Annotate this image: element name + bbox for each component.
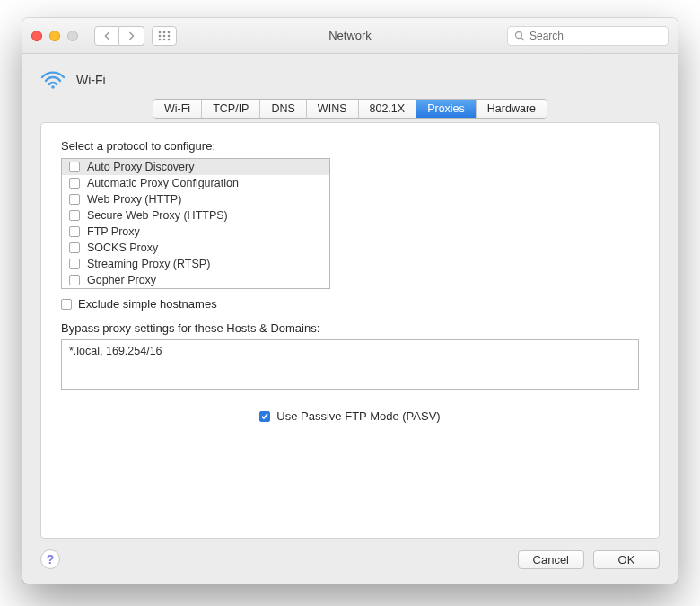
show-all-button[interactable]	[152, 26, 177, 46]
pasv-label: Use Passive FTP Mode (PASV)	[276, 409, 440, 423]
protocol-checkbox[interactable]	[69, 178, 80, 189]
protocol-row[interactable]: Automatic Proxy Configuration	[62, 175, 329, 191]
protocol-label: Automatic Proxy Configuration	[87, 177, 239, 189]
titlebar: Network	[22, 18, 678, 54]
pasv-row: Use Passive FTP Mode (PASV)	[61, 409, 639, 423]
tab-dns[interactable]: DNS	[260, 100, 306, 118]
exclude-hostnames-row: Exclude simple hostnames	[61, 297, 639, 311]
tab-strip: Wi-FiTCP/IPDNSWINS802.1XProxiesHardware	[40, 99, 660, 119]
search-input[interactable]	[507, 26, 669, 46]
protocol-label: Gopher Proxy	[87, 274, 156, 286]
protocol-checkbox[interactable]	[69, 242, 80, 253]
svg-line-10	[521, 38, 524, 40]
protocol-label: Streaming Proxy (RTSP)	[87, 258, 210, 270]
protocol-row[interactable]: Gopher Proxy	[62, 272, 329, 288]
content-area: Wi-Fi Wi-FiTCP/IPDNSWINS802.1XProxiesHar…	[22, 54, 678, 584]
protocol-checkbox[interactable]	[69, 162, 80, 172]
protocol-label: Secure Web Proxy (HTTPS)	[87, 209, 228, 222]
svg-point-11	[51, 85, 55, 89]
protocol-checkbox[interactable]	[69, 194, 80, 205]
tab-proxies[interactable]: Proxies	[416, 100, 477, 118]
tabs: Wi-FiTCP/IPDNSWINS802.1XProxiesHardware	[153, 99, 547, 119]
cancel-button[interactable]: Cancel	[518, 550, 584, 569]
protocol-label: SOCKS Proxy	[87, 242, 158, 254]
window-title: Network	[328, 29, 372, 42]
connection-header: Wi-Fi	[40, 70, 660, 90]
forward-button[interactable]	[119, 26, 144, 46]
proxies-panel: Select a protocol to configure: Auto Pro…	[40, 122, 660, 539]
svg-point-4	[163, 34, 166, 37]
protocol-label: FTP Proxy	[87, 225, 140, 238]
protocol-checkbox[interactable]	[69, 259, 80, 269]
close-button[interactable]	[31, 31, 42, 41]
traffic-lights	[31, 31, 78, 41]
protocol-checkbox[interactable]	[69, 210, 80, 221]
svg-point-6	[159, 38, 162, 40]
exclude-hostnames-label: Exclude simple hostnames	[78, 297, 217, 311]
preferences-window: Network Wi-Fi Wi-FiTCP/IPDNSWINS802.1XPr…	[22, 18, 678, 584]
protocol-row[interactable]: Web Proxy (HTTP)	[62, 191, 329, 207]
connection-label: Wi-Fi	[76, 73, 106, 87]
tab-tcp-ip[interactable]: TCP/IP	[202, 100, 260, 118]
svg-point-0	[159, 31, 162, 33]
svg-point-1	[163, 31, 166, 33]
chevron-left-icon	[103, 31, 111, 40]
nav-buttons	[94, 26, 144, 46]
tab-802-1x[interactable]: 802.1X	[359, 100, 417, 118]
svg-point-8	[168, 38, 171, 40]
grid-icon	[158, 31, 171, 41]
bypass-label: Bypass proxy settings for these Hosts & …	[61, 321, 639, 335]
tab-hardware[interactable]: Hardware	[477, 100, 547, 118]
minimize-button[interactable]	[49, 31, 60, 41]
exclude-hostnames-checkbox[interactable]	[61, 299, 72, 310]
protocol-row[interactable]: SOCKS Proxy	[62, 240, 329, 256]
protocol-label: Auto Proxy Discovery	[87, 161, 194, 173]
search-icon	[514, 31, 525, 41]
chevron-right-icon	[127, 31, 136, 40]
protocol-section-label: Select a protocol to configure:	[61, 139, 639, 153]
help-button[interactable]: ?	[40, 549, 60, 569]
svg-point-3	[159, 34, 162, 37]
protocol-row[interactable]: Streaming Proxy (RTSP)	[62, 256, 329, 272]
svg-point-9	[516, 31, 522, 38]
maximize-button[interactable]	[67, 31, 78, 41]
bypass-textarea[interactable]	[61, 339, 639, 390]
svg-point-7	[163, 38, 166, 40]
svg-point-2	[168, 31, 171, 33]
svg-point-5	[168, 34, 171, 37]
tab-wi-fi[interactable]: Wi-Fi	[153, 100, 202, 118]
protocol-list[interactable]: Auto Proxy DiscoveryAutomatic Proxy Conf…	[61, 158, 330, 289]
protocol-row[interactable]: Secure Web Proxy (HTTPS)	[62, 207, 329, 224]
tab-wins[interactable]: WINS	[307, 100, 359, 118]
protocol-row[interactable]: FTP Proxy	[62, 224, 329, 240]
protocol-row[interactable]: Auto Proxy Discovery	[62, 159, 329, 175]
protocol-checkbox[interactable]	[69, 226, 80, 237]
search-wrap	[507, 26, 669, 46]
protocol-label: Web Proxy (HTTP)	[87, 193, 181, 206]
ok-button[interactable]: OK	[593, 550, 660, 569]
back-button[interactable]	[94, 26, 119, 46]
protocol-checkbox[interactable]	[69, 275, 80, 285]
wifi-icon	[40, 70, 66, 90]
pasv-checkbox[interactable]	[259, 411, 270, 422]
footer: ? Cancel OK	[40, 539, 660, 569]
